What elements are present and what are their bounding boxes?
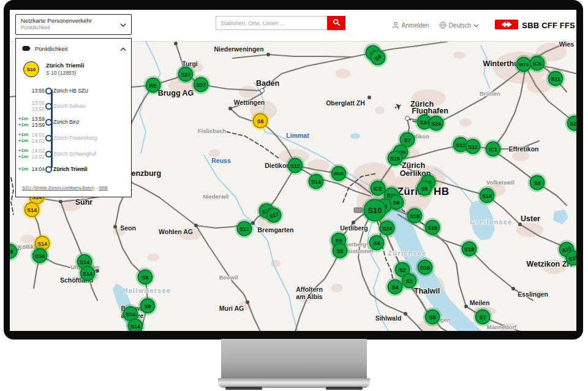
map-label-oberglatt-zh: Oberglatt ZH [326, 99, 365, 107]
layer-select-dropdown[interactable]: Netzkarte Personenverkehr Pünktlichkeit [15, 14, 132, 35]
map-badge-ic1[interactable]: IC1 [486, 142, 501, 157]
station-dot [251, 221, 255, 225]
map-label-effretikon: Effretikon [508, 145, 538, 153]
map-label-wettingen: Wettingen [234, 99, 265, 106]
map-label-suhr: Suhr [75, 198, 92, 207]
map-badge-s27[interactable]: S27 [194, 77, 209, 93]
train-position-marker [354, 208, 363, 213]
map-badge-s12[interactable]: S12 [288, 158, 303, 173]
search-bar [216, 16, 345, 30]
map-badge-s27[interactable]: S27 [178, 67, 194, 82]
map-badge-s9[interactable]: S9 [138, 270, 153, 285]
map-badge-s14[interactable]: S14 [32, 248, 48, 264]
map-label-baden: Baden [256, 79, 279, 88]
search-button[interactable] [327, 16, 345, 30]
map-badge-ir35[interactable]: IR35 [331, 166, 347, 181]
map-badge-s5[interactable]: S5 [333, 243, 348, 259]
timeline-node [45, 166, 52, 173]
punctuality-panel: Pünktlichkeit S10 Zürich Triemli S 10 (1… [15, 38, 132, 197]
sbb-logo[interactable]: SBB CFF FFS [495, 20, 575, 32]
map-label-brugg-ag: Brugg AG [158, 89, 194, 97]
map-badge-ic5[interactable]: IC5 [530, 56, 545, 71]
map-badge-re[interactable]: RE [146, 78, 161, 93]
map-badge-s8[interactable]: S8 [425, 309, 440, 325]
operator-link[interactable]: SZU (Sihltal-Zürich-Uetliberg-Bahn) [22, 185, 94, 191]
station-dot [352, 221, 355, 224]
monitor-foot-right [326, 387, 363, 390]
map-label-sihlwald: Sihlwald [375, 314, 402, 322]
map-badge-s14[interactable]: S14 [128, 319, 143, 332]
station-dot [59, 200, 62, 203]
map-badge-s14[interactable]: S14 [24, 202, 40, 218]
map-label-wies: Wies [559, 41, 574, 48]
station-dot [518, 222, 522, 226]
punctuality-icon [22, 43, 31, 54]
map-label-meilen: Meilen [470, 299, 490, 306]
stop-delay: +1m+1m [16, 116, 28, 128]
stop-name: Zürich Schweighof [52, 151, 131, 157]
map-badge-s15[interactable]: S15 [388, 151, 403, 166]
station-dot [405, 116, 410, 121]
map-label-dietikon: Dietikon [265, 162, 290, 169]
map-badge-s7[interactable]: S7 [475, 309, 491, 325]
panel-footer: SZU (Sihltal-Zürich-Uetliberg-Bahn) - SB… [16, 178, 131, 193]
map-badge-s9[interactable]: S9 [140, 298, 156, 314]
map-badge-s16[interactable]: S16 [418, 260, 433, 275]
stop-row: 13:55Zürich HB SZU [16, 83, 131, 98]
map-badge-s14[interactable]: S14 [309, 174, 324, 189]
station-dot [368, 96, 371, 99]
map-label-wohlen-ag: Wohlen AG [159, 228, 193, 235]
map-label-seon: Seon [120, 224, 136, 232]
sbb-link[interactable]: SBB [99, 185, 108, 191]
map-label-niederwil: Niederwil [203, 193, 228, 200]
map-badge-s12[interactable]: S12 [466, 139, 481, 154]
map-badge-s11[interactable]: S11 [548, 71, 564, 86]
map-label-limmat: Limmat [286, 132, 309, 139]
stop-row: 13:5613:56Zürich Selnau [16, 98, 131, 114]
stop-time: 13:5913:59 [28, 116, 45, 128]
chevron-up-icon[interactable] [120, 43, 126, 54]
station-dot [113, 225, 117, 229]
map-badge-s24[interactable]: S24 [380, 221, 395, 236]
stop-time: 14:04 [28, 166, 45, 172]
stop-name: Zürich Selnau [52, 103, 131, 109]
map-badge-s24[interactable]: S24 [429, 116, 444, 131]
map-label-bremgarten: Bremgarten [258, 226, 294, 233]
map-badge-s14[interactable]: S14 [480, 188, 495, 203]
login-button[interactable]: Anmelden [392, 21, 429, 30]
map-badge-s10[interactable]: S10 [364, 199, 386, 222]
map-label-wetzikon-zh: Wetzikon ZH [527, 260, 573, 268]
search-icon [333, 18, 341, 28]
stop-time: 13:5613:56 [28, 100, 45, 112]
map-label-am-albis: am Albis [296, 293, 322, 300]
map-label-uster: Uster [521, 214, 540, 223]
stop-name: Zürich HB SZU [52, 88, 131, 94]
stop-time: 14:0214:02 [28, 148, 45, 160]
search-input[interactable] [216, 16, 327, 30]
map-label-lenzburg: Lenzburg [127, 169, 161, 178]
station-dot [260, 88, 265, 93]
map-badge-s17[interactable]: S17 [237, 221, 252, 237]
map-badge-s3[interactable]: S3 [530, 175, 545, 191]
language-selector[interactable]: Deutsch [439, 21, 480, 30]
map-label-boswil: Boswil [219, 274, 238, 281]
stop-name: Zürich Triemli [52, 166, 131, 172]
map-label-affoltern: Affoltern [296, 286, 323, 293]
map-label-fislisbach: Fislisbach [198, 127, 226, 134]
station-dot [228, 107, 232, 110]
map-badge-s4[interactable]: S4 [369, 235, 385, 251]
train-name: Zürich Triemli [46, 62, 84, 69]
panel-header[interactable]: Pünktlichkeit [16, 39, 131, 58]
map-badge-s18[interactable]: S18 [407, 208, 423, 224]
map-badge-s4[interactable]: S4 [388, 279, 403, 295]
map-badge-s6[interactable]: S6 [253, 113, 268, 129]
map-label-m-nnedorf: Männedorf [487, 324, 517, 330]
chevron-down-icon [473, 22, 479, 29]
map-badge-s18[interactable]: S18 [425, 220, 440, 235]
map-badge-s14[interactable]: S14 [80, 266, 96, 281]
map-badge-s5[interactable]: S5 [417, 181, 432, 196]
station-dot [404, 312, 407, 316]
map-badge-s2[interactable]: S2 [402, 273, 417, 289]
map-badge-s18[interactable]: S18 [462, 241, 477, 257]
station-dot [266, 53, 270, 56]
